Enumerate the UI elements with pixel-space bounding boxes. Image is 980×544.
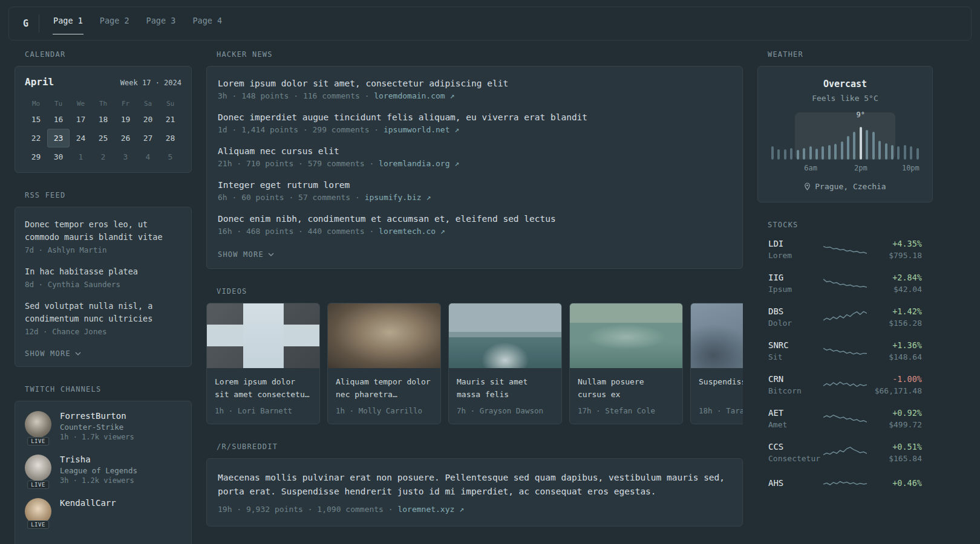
nav-divider	[39, 15, 39, 33]
stock-row[interactable]: SNRC Sit +1.36% $148.64	[757, 340, 933, 361]
middle-column: HACKER NEWS Lorem ipsum dolor sit amet, …	[206, 50, 743, 544]
page-tab[interactable]: Page 1	[53, 7, 83, 34]
app-logo[interactable]: G	[13, 18, 39, 29]
calendar-dow-row: MoTuWeThFrSaSu	[25, 100, 181, 108]
calendar-day[interactable]: 22	[25, 129, 47, 147]
hn-item-title[interactable]: Aliquam nec cursus elit	[218, 146, 731, 156]
weather-bar	[797, 150, 799, 160]
video-card[interactable]: Lorem ipsum dolor sit amet consectetu… 1…	[206, 303, 320, 424]
calendar-day[interactable]: 26	[114, 129, 137, 147]
stock-row[interactable]: IIG Ipsum +2.84% $42.04	[757, 273, 933, 294]
twitch-channel[interactable]: LIVE ForrestBurton Counter-Strike 1h · 1…	[25, 411, 181, 441]
hn-item: Aliquam nec cursus elit 21h · 710 points…	[218, 146, 731, 168]
stock-id: CRN Bitcorn	[768, 374, 823, 395]
weather-bar	[897, 146, 900, 160]
channel-name[interactable]: Trisha	[60, 455, 137, 464]
video-title[interactable]: Lorem ipsum dolor sit amet consectetu…	[215, 375, 312, 401]
video-card[interactable]: Suspendisse diam 18h · Tara	[690, 303, 743, 424]
hn-item-domain-link[interactable]: ipsumworld.net ↗	[384, 125, 459, 134]
stock-row[interactable]: CCS Consectetur +0.51% $165.84	[757, 442, 933, 463]
channel-name[interactable]: KendallCarr	[60, 498, 116, 508]
hn-item-domain-link[interactable]: ipsumify.biz ↗	[365, 193, 431, 202]
hn-show-more-button[interactable]: SHOW MORE	[218, 250, 274, 259]
stock-symbol: IIG	[768, 273, 823, 282]
hackernews-widget: HACKER NEWS Lorem ipsum dolor sit amet, …	[206, 50, 743, 269]
calendar-day[interactable]: 23	[47, 129, 70, 147]
calendar-day[interactable]: 20	[137, 110, 159, 129]
stock-row[interactable]: DBS Dolor +1.42% $156.28	[757, 306, 933, 328]
calendar-day[interactable]: 15	[25, 110, 47, 129]
hn-item-domain: ipsumify.biz	[365, 193, 422, 202]
calendar-day[interactable]: 16	[47, 110, 70, 129]
twitch-channel[interactable]: LIVE KendallCarr	[25, 498, 181, 525]
stock-values: +4.35% $795.18	[867, 239, 922, 260]
stock-row[interactable]: AHS +0.46%	[757, 476, 933, 493]
hn-item-domain-link[interactable]: loremtech.co ↗	[379, 227, 445, 236]
weather-bar	[790, 148, 792, 160]
hn-item-meta: 16h · 468 points · 440 comments · loremt…	[218, 227, 731, 236]
post-text[interactable]: Maecenas mollis pulvinar erat non posuer…	[218, 471, 731, 499]
stocks-list: LDI Lorem +4.35% $795.18 IIG Ipsum	[757, 236, 933, 493]
stock-symbol: AHS	[768, 478, 823, 488]
hn-item-title[interactable]: Lorem ipsum dolor sit amet, consectetur …	[218, 79, 731, 88]
weather-bar	[822, 146, 824, 160]
video-card[interactable]: Aliquam tempor dolor nec pharetra… 1h · …	[327, 303, 441, 424]
hn-item-domain-link[interactable]: loremdomain.com ↗	[374, 91, 454, 100]
twitch-channel[interactable]: LIVE Trisha League of Legends 3h · 1.2k …	[25, 455, 181, 485]
video-thumbnail	[449, 303, 561, 368]
weather-bars	[770, 112, 920, 160]
calendar-day[interactable]: 25	[92, 129, 114, 147]
calendar-day[interactable]: 24	[70, 129, 92, 147]
video-card[interactable]: Nullam posuere cursus ex 17h · Stefan Co…	[569, 303, 683, 424]
stock-name: Sit	[768, 352, 823, 361]
rss-item-title[interactable]: Donec tempor eros leo, ut commodo mauris…	[25, 218, 181, 244]
hn-item-title[interactable]: Donec imperdiet augue tincidunt felis al…	[218, 112, 731, 122]
stock-id: DBS Dolor	[768, 306, 823, 328]
page-tab[interactable]: Page 3	[146, 7, 177, 34]
calendar-day[interactable]: 27	[137, 129, 159, 147]
calendar-day[interactable]: 30	[47, 147, 70, 166]
section-title-rss: RSS FEED	[25, 191, 192, 199]
location-pin-icon	[804, 183, 811, 190]
post-domain-link[interactable]: loremnet.xyz ↗	[397, 505, 464, 514]
calendar-dow: We	[70, 100, 92, 108]
page-tab[interactable]: Page 2	[99, 7, 130, 34]
calendar-day[interactable]: 19	[114, 110, 137, 129]
calendar-day[interactable]: 28	[159, 129, 181, 147]
rss-show-more-button[interactable]: SHOW MORE	[25, 349, 81, 358]
channel-name[interactable]: ForrestBurton	[60, 411, 134, 421]
stock-sparkline	[823, 476, 867, 493]
stock-row[interactable]: LDI Lorem +4.35% $795.18	[757, 239, 933, 260]
live-badge: LIVE	[27, 437, 49, 445]
weather-bar	[853, 132, 855, 160]
calendar-day[interactable]: 1	[70, 147, 92, 166]
rss-item-meta: 12d · Chance Jones	[25, 327, 181, 336]
rss-item-title[interactable]: Sed volutpat nulla nisl, a condimentum n…	[25, 300, 181, 325]
stock-symbol: SNRC	[768, 340, 823, 350]
channel-meta: 3h · 1.2k viewers	[60, 476, 137, 485]
video-title[interactable]: Aliquam tempor dolor nec pharetra…	[336, 375, 433, 401]
calendar-day[interactable]: 4	[137, 147, 159, 166]
calendar-day[interactable]: 21	[159, 110, 181, 129]
stock-price: $156.28	[867, 319, 922, 328]
calendar-day[interactable]: 29	[25, 147, 47, 166]
external-link-icon: ↗	[440, 227, 445, 236]
hn-item-title[interactable]: Integer eget rutrum lorem	[218, 180, 731, 190]
video-title[interactable]: Nullam posuere cursus ex	[578, 375, 675, 401]
page-tab[interactable]: Page 4	[192, 7, 223, 34]
video-card[interactable]: Mauris sit amet massa felis 7h · Grayson…	[448, 303, 562, 424]
stock-row[interactable]: AET Amet +0.92% $499.72	[757, 408, 933, 429]
video-title[interactable]: Mauris sit amet massa felis	[457, 375, 554, 401]
calendar-day[interactable]: 18	[92, 110, 114, 129]
calendar-dow: Sa	[137, 100, 159, 108]
calendar-day[interactable]: 5	[159, 147, 181, 166]
calendar-day[interactable]: 2	[92, 147, 114, 166]
hn-item-domain-link[interactable]: loremlandia.org ↗	[379, 159, 459, 168]
calendar-day[interactable]: 3	[114, 147, 137, 166]
hn-item-title[interactable]: Donec enim nibh, condimentum et accumsan…	[218, 214, 731, 224]
rss-item-title[interactable]: In hac habitasse platea	[25, 265, 181, 278]
rss-widget: RSS FEED Donec tempor eros leo, ut commo…	[15, 191, 192, 367]
stock-row[interactable]: CRN Bitcorn -1.00% $66,171.48	[757, 374, 933, 395]
video-title[interactable]: Suspendisse diam	[699, 375, 743, 401]
calendar-day[interactable]: 17	[70, 110, 92, 129]
